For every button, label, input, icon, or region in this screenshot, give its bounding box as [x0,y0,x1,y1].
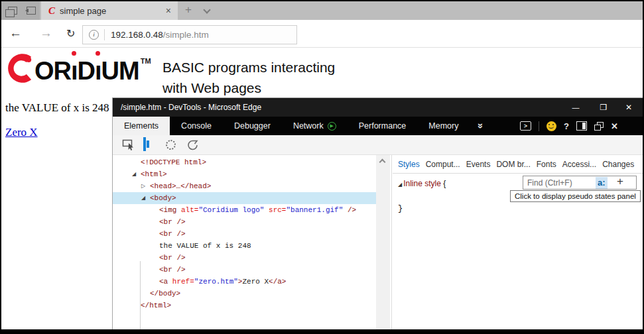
select-element-icon[interactable] [122,139,135,151]
devtools-tab-memory[interactable]: Memory [417,117,470,135]
devtools-titlebar-icons: > ? ✕ [520,117,643,135]
devtools-tabs: ElementsConsoleDebuggerNetwork▶Performan… [113,117,470,135]
dom-tree-scrollbar[interactable] [376,155,390,330]
restore-tabs-icon[interactable] [27,7,36,15]
tab-label: Elements [124,117,159,135]
dom-node-text: <!DOCTYPE html> [113,156,206,168]
dom-node-text: <a href="zero.htm">Zero X</a> [113,276,286,288]
heading-line-1: BASIC programs interacting [162,57,335,78]
logo-letter-i: ı [95,57,101,85]
refresh-button[interactable]: ↻ [66,27,75,40]
dom-node-text: </html> [113,300,171,311]
dom-node-text: the VALUE of x is 248 [113,240,251,252]
help-icon[interactable]: ? [564,121,569,131]
scroll-up-icon[interactable] [379,159,386,166]
coridium-logo: ORıDıUM TM [5,49,151,87]
close-window-button[interactable]: ✕ [619,98,639,117]
tab-actions-area [1,1,40,20]
dom-tree-row[interactable]: the VALUE of x is 248 [113,240,376,252]
site-info-icon[interactable]: i [89,30,99,40]
dom-tree-row[interactable]: <a href="zero.htm">Zero X</a> [113,276,376,288]
devtools-titlebar[interactable]: /simple.htm - DevTools - Microsoft Edge … [113,98,643,117]
devtools-tab-performance[interactable]: Performance [348,117,418,135]
tab-title: simple page [60,6,166,16]
dom-tree-row[interactable]: </html> [113,300,376,311]
styles-tab-comput[interactable]: Comput... [426,160,460,169]
tab-label: Performance [359,117,407,135]
dom-node-text: <br /> [113,216,186,228]
dom-tree-row[interactable]: <br /> [113,216,376,228]
dom-node-text: <br /> [113,228,186,240]
dom-tree-row[interactable]: <br /> [113,252,376,264]
collapse-icon[interactable]: ◢ [398,182,402,188]
dom-node-text: </body> [113,288,180,300]
dom-tree-row[interactable]: ▷<head>…</head> [113,180,376,192]
dom-tree-row[interactable]: ◢<body> [113,192,376,204]
dock-side-icon[interactable] [576,121,587,131]
open-brace: { [443,179,446,188]
rule-selector: Inline style [403,179,441,188]
panel-divider[interactable] [391,155,392,330]
browser-tab-bar: C simple page × + [1,1,643,20]
styles-tabs-divider [393,173,643,174]
devtools-tab-elements[interactable]: Elements [113,117,170,135]
elements-toolbar [113,135,643,155]
forward-button[interactable]: → [40,26,52,40]
dom-tree-row[interactable]: <br /> [113,264,376,276]
dotted-circle-icon[interactable] [166,140,176,150]
dom-tree[interactable]: <!DOCTYPE html>◢<html>▷<head>…</head>◢<b… [113,155,376,330]
set-aside-tabs-icon[interactable] [8,7,17,15]
logo-trademark: TM [141,57,151,65]
maximize-button[interactable]: ❒ [594,98,613,117]
logo-letter-i: ı [71,57,78,85]
url-path: /simple.htm [163,30,209,40]
tab-label: Network [293,117,324,135]
new-rule-button[interactable]: + [617,175,623,188]
more-tabs-chevron-icon[interactable]: » [477,123,487,129]
devtools-tab-console[interactable]: Console [170,117,223,135]
dom-tree-row[interactable]: </body> [113,288,376,300]
tab-close-icon[interactable]: × [166,5,171,16]
devtools-close-icon[interactable]: ✕ [611,121,618,131]
devtools-window: /simple.htm - DevTools - Microsoft Edge … [113,98,643,330]
collapse-icon[interactable]: ◢ [132,168,136,180]
network-record-icon[interactable]: ▶ [328,122,336,131]
url-host: 192.168.0.48 [111,30,163,40]
url-separator [104,29,105,40]
pseudo-states-tooltip: Click to display pseudo states panel [510,190,641,202]
dom-highlight-icon[interactable] [143,137,146,151]
dom-node-text: <head>…</head> [113,180,211,192]
zero-x-link[interactable]: Zero X [5,126,38,139]
feedback-smiley-icon[interactable] [547,121,556,131]
dom-tree-row[interactable]: <!DOCTYPE html> [113,156,376,168]
minimize-button[interactable]: — [566,98,586,117]
open-console-icon[interactable]: > [520,121,531,131]
arc-arrow-icon[interactable] [187,139,199,151]
styles-pane-tabs: StylesComput...EventsDOM br...FontsAcces… [398,160,634,169]
dom-node-text: <br /> [113,264,186,276]
devtools-tab-debugger[interactable]: Debugger [223,117,282,135]
styles-tab-events[interactable]: Events [466,160,491,169]
dom-tree-row[interactable]: <br /> [113,228,376,240]
devtools-tab-network[interactable]: Network▶ [282,117,348,135]
styles-tab-changes[interactable]: Changes [602,160,634,169]
pseudo-states-button[interactable]: a: [596,177,608,189]
dom-tree-row[interactable]: ◢<html> [113,168,376,180]
back-button[interactable]: ← [9,26,22,40]
styles-tab-accessi[interactable]: Accessi... [562,160,596,169]
dom-tree-row[interactable]: <img alt="Coridium logo" src="banner1.gi… [113,204,376,216]
styles-tab-styles[interactable]: Styles [398,160,420,169]
browser-tab[interactable]: C simple page × [41,1,178,20]
collapse-icon[interactable]: ◢ [141,192,145,204]
address-bar: ← → ↻ i 192.168.0.48/simple.htm [1,20,643,48]
expand-icon[interactable]: ▷ [141,180,145,192]
url-field[interactable]: i 192.168.0.48/simple.htm [82,25,297,44]
icon-separator [539,121,539,131]
dom-node-text: <br /> [113,252,186,264]
undock-icon[interactable] [594,122,604,131]
new-tab-button[interactable]: + [185,3,192,17]
dom-node-text: <html> [113,168,167,180]
tab-list-chevron-icon[interactable] [203,6,210,13]
styles-tab-dombr[interactable]: DOM br... [496,160,530,169]
styles-tab-fonts[interactable]: Fonts [537,160,556,169]
